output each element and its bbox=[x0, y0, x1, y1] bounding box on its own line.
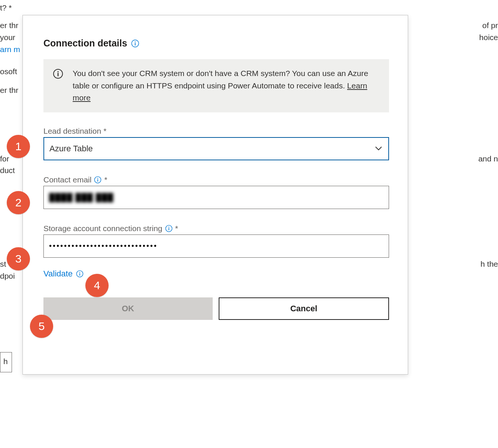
lead-destination-select[interactable]: Azure Table bbox=[43, 137, 389, 160]
cancel-button[interactable]: Cancel bbox=[219, 297, 389, 320]
bg-frag: er thr bbox=[0, 84, 18, 96]
label-text: Contact email bbox=[43, 175, 91, 184]
lead-destination-label: Lead destination* bbox=[43, 127, 389, 136]
info-icon[interactable] bbox=[165, 224, 173, 233]
svg-point-10 bbox=[168, 227, 169, 227]
bg-frag: for bbox=[0, 153, 9, 165]
bg-frag: hoice bbox=[479, 31, 498, 43]
svg-rect-8 bbox=[98, 179, 98, 181]
bg-frag: of pr bbox=[482, 19, 498, 31]
info-icon bbox=[52, 68, 64, 79]
label-text: Lead destination bbox=[43, 127, 101, 136]
bg-frag: osoft bbox=[0, 66, 17, 78]
bg-box-h: h bbox=[0, 352, 12, 372]
svg-rect-11 bbox=[168, 228, 169, 230]
callout-2: 2 bbox=[7, 191, 30, 214]
info-icon[interactable] bbox=[131, 39, 139, 48]
label-text: Storage account connection string bbox=[43, 224, 163, 233]
bg-frag: h the bbox=[480, 258, 498, 270]
svg-rect-14 bbox=[79, 273, 80, 275]
svg-rect-2 bbox=[135, 43, 136, 45]
banner-text: You don't see your CRM system or don't h… bbox=[73, 67, 379, 104]
bg-frag: t? * bbox=[0, 2, 12, 14]
callout-1: 1 bbox=[7, 135, 30, 158]
svg-point-4 bbox=[57, 71, 58, 72]
info-icon[interactable] bbox=[94, 176, 102, 184]
svg-point-1 bbox=[134, 41, 135, 42]
bg-frag: and n bbox=[478, 153, 498, 165]
banner-message: You don't see your CRM system or don't h… bbox=[73, 69, 368, 90]
contact-email-field[interactable]: ████ ███ ███ bbox=[43, 186, 389, 209]
bg-frag: h bbox=[3, 357, 8, 366]
bg-frag: your bbox=[0, 31, 15, 43]
info-icon[interactable] bbox=[76, 270, 84, 278]
callout-4: 4 bbox=[85, 274, 109, 297]
validate-link[interactable]: Validate bbox=[43, 269, 73, 279]
bg-frag-link: arn m bbox=[0, 43, 20, 55]
select-value[interactable]: Azure Table bbox=[43, 137, 389, 160]
required-asterisk: * bbox=[104, 175, 107, 184]
callout-5: 5 bbox=[30, 315, 53, 338]
ok-button[interactable]: OK bbox=[43, 297, 213, 320]
info-banner: You don't see your CRM system or don't h… bbox=[43, 59, 389, 112]
bg-frag: duct bbox=[0, 164, 15, 176]
svg-rect-5 bbox=[58, 73, 59, 76]
contact-email-label: Contact email * bbox=[43, 175, 389, 184]
required-asterisk: * bbox=[103, 127, 106, 136]
required-asterisk: * bbox=[175, 224, 178, 233]
bg-frag: er thr bbox=[0, 19, 18, 31]
svg-point-13 bbox=[79, 272, 80, 273]
callout-3: 3 bbox=[7, 247, 30, 270]
storage-connection-field[interactable] bbox=[43, 234, 389, 258]
svg-point-7 bbox=[97, 178, 98, 179]
storage-connection-label: Storage account connection string * bbox=[43, 224, 389, 233]
bg-frag: dpoi bbox=[0, 270, 15, 282]
button-row: OK Cancel bbox=[43, 297, 389, 320]
dialog-title: Connection details bbox=[43, 38, 139, 49]
bg-frag: st bbox=[0, 258, 6, 270]
dialog-title-text: Connection details bbox=[43, 38, 127, 49]
contact-email-value: ████ ███ ███ bbox=[49, 193, 113, 202]
connection-details-dialog: Connection details You don't see your CR… bbox=[22, 15, 408, 375]
